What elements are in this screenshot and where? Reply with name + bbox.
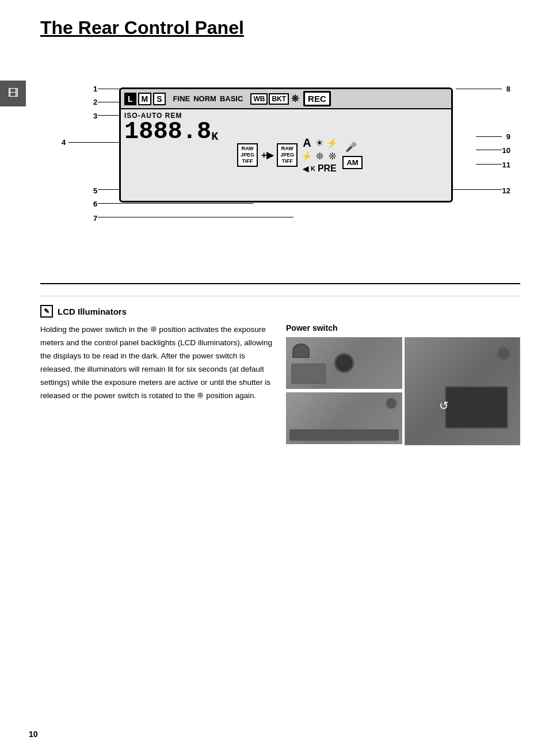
line-11 bbox=[476, 164, 502, 165]
power-switch-label: Power switch bbox=[286, 323, 520, 333]
quality-basic: BASIC bbox=[218, 94, 245, 104]
callout-5: 5 bbox=[93, 186, 97, 195]
flash-icon: ⚡ bbox=[326, 136, 338, 150]
lcd-panel: L M S FINE NORM BASIC WB BKT ❊ REC ISO-A… bbox=[119, 87, 453, 203]
camera-shape-1 bbox=[287, 338, 402, 388]
quality-norm: NORM bbox=[192, 94, 218, 104]
quality-fine: FINE bbox=[171, 94, 192, 104]
note-icon: ✎ bbox=[40, 305, 53, 318]
line-10 bbox=[476, 150, 502, 150]
control-dial bbox=[334, 353, 354, 373]
power-switch-images: ↺ bbox=[286, 337, 520, 445]
line-7 bbox=[98, 217, 293, 217]
size-indicators: L M S bbox=[124, 93, 166, 105]
burst-sun-icon: ❊ bbox=[314, 151, 325, 162]
page-title: The Rear Control Panel bbox=[40, 17, 520, 39]
lcd-top-row: L M S FINE NORM BASIC WB BKT ❊ REC bbox=[121, 89, 451, 109]
k-label: K bbox=[211, 131, 218, 143]
line-6 bbox=[98, 203, 253, 204]
raw-tiff-1-section: RAWJPEGTIFF bbox=[236, 112, 259, 198]
wb-box: WB bbox=[250, 93, 268, 105]
callout-12: 12 bbox=[502, 186, 510, 195]
auto-icon: A bbox=[301, 136, 312, 150]
size-M: M bbox=[138, 93, 152, 105]
plus-arrow: +▶ bbox=[261, 112, 273, 198]
raw-tiff-box-1: RAWJPEGTIFF bbox=[237, 143, 258, 166]
iso-rem-section: ISO-AUTO REM 1888.8K bbox=[124, 112, 234, 198]
burst-icon: ❊ bbox=[291, 93, 299, 105]
line-8 bbox=[456, 89, 502, 89]
note-title: LCD Illuminators bbox=[58, 307, 127, 316]
note-icon-symbol: ✎ bbox=[44, 307, 49, 315]
bottom-bar bbox=[289, 429, 399, 441]
raw-tiff-2-section: RAWJPEGTIFF bbox=[276, 112, 299, 198]
size-L: L bbox=[124, 93, 136, 105]
k-small: K bbox=[311, 165, 315, 172]
mode-dial bbox=[292, 343, 310, 358]
note-content-grid: Holding the power switch in the ❊ positi… bbox=[40, 323, 520, 445]
callout-11: 11 bbox=[502, 161, 510, 169]
rotation-arrow: ↺ bbox=[439, 399, 449, 413]
rec-box: REC bbox=[303, 91, 331, 106]
power-switch-section: Power switch ↺ bbox=[286, 323, 520, 445]
lcd-main-row: ISO-AUTO REM 1888.8K RAWJPEGTIFF +▶ RAWJ… bbox=[121, 109, 451, 201]
pre-label: PRE bbox=[318, 163, 337, 174]
camera-shape-3 bbox=[287, 393, 402, 444]
wb-bkt-area: WB BKT ❊ bbox=[250, 93, 299, 105]
control-knob bbox=[497, 346, 511, 361]
camera-front-img bbox=[286, 337, 402, 389]
callout-2: 2 bbox=[93, 98, 97, 106]
callout-8: 8 bbox=[506, 85, 510, 93]
callout-10: 10 bbox=[502, 146, 510, 155]
line-9 bbox=[476, 136, 502, 137]
camera-shape-2: ↺ bbox=[405, 338, 520, 445]
mic-am-section: 🎤 AM bbox=[340, 112, 362, 198]
page-tab-icon: 🎞 bbox=[8, 87, 18, 100]
callout-1: 1 bbox=[93, 85, 97, 93]
icon-grid: A ☀ ⚡ ⚡ ❊ ❊ bbox=[301, 136, 338, 162]
diagram-container: 1 2 3 4 5 6 7 8 9 10 11 12 L M S FINE NO… bbox=[44, 53, 516, 260]
digits: 1888.8 bbox=[124, 120, 211, 144]
note-body: Holding the power switch in the ❊ positi… bbox=[40, 323, 274, 403]
page-number: 10 bbox=[29, 730, 38, 739]
page-tab: 🎞 bbox=[0, 81, 26, 106]
note-header: ✎ LCD Illuminators bbox=[40, 305, 520, 318]
grip-area bbox=[291, 364, 326, 384]
lightning-icon: ⚡ bbox=[301, 151, 312, 162]
callout-7: 7 bbox=[93, 214, 97, 223]
section-divider bbox=[40, 283, 520, 284]
lcd-screen bbox=[445, 386, 508, 429]
camera-back-img: ↺ bbox=[405, 337, 521, 445]
callout-3: 3 bbox=[93, 112, 97, 120]
pre-k-row: ◀ K PRE bbox=[303, 163, 337, 174]
thumb-wheel bbox=[386, 398, 397, 409]
callout-6: 6 bbox=[93, 200, 97, 208]
note-section: ✎ LCD Illuminators Holding the power swi… bbox=[40, 296, 520, 454]
bkt-box: BKT bbox=[269, 93, 289, 105]
exposure-section: A ☀ ⚡ ⚡ ❊ ❊ ◀ K PRE bbox=[301, 112, 338, 198]
callout-9: 9 bbox=[506, 132, 510, 141]
raw-tiff-box-2: RAWJPEGTIFF bbox=[277, 143, 298, 166]
mic-icon: 🎤 bbox=[345, 142, 357, 152]
camera-bottom-img bbox=[286, 392, 402, 444]
am-box: AM bbox=[342, 156, 362, 169]
size-S: S bbox=[153, 93, 165, 105]
burst2-icon: ❊ bbox=[326, 151, 338, 162]
quality-labels: FINE NORM BASIC bbox=[171, 94, 245, 104]
left-arrow-icon: ◀ bbox=[303, 165, 308, 173]
callout-4: 4 bbox=[62, 138, 66, 147]
sun-icon: ☀ bbox=[314, 136, 325, 150]
line-4 bbox=[68, 142, 120, 143]
big-digits: 1888.8K bbox=[124, 120, 234, 144]
